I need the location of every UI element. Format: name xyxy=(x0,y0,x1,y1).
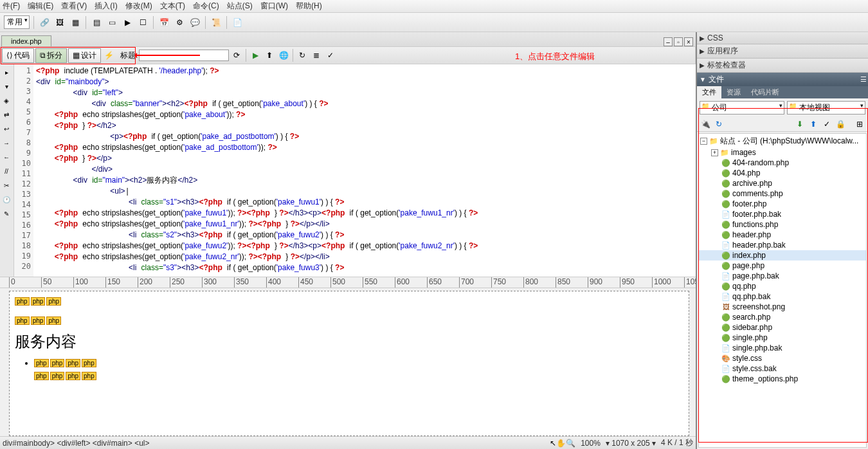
tree-root[interactable]: −📁站点 - 公司 (H:\phpStudy\WWW\localw... xyxy=(699,135,866,147)
file-style.css.bak[interactable]: 📄style.css.bak xyxy=(699,363,866,374)
layout-icon[interactable]: ▤ xyxy=(90,16,103,29)
collapse-icon[interactable]: ▸ xyxy=(1,66,12,78)
tab-files[interactable]: 文件 xyxy=(697,86,721,98)
refresh-icon[interactable]: ↻ xyxy=(713,118,725,130)
ruler-tick: 300 xyxy=(202,277,234,288)
file-functions.php[interactable]: 🟢functions.php xyxy=(699,219,866,230)
menu-item[interactable]: 编辑(E) xyxy=(28,1,53,12)
menu-item[interactable]: 文本(T) xyxy=(160,1,185,12)
tab-assets[interactable]: 资源 xyxy=(721,86,746,98)
template-icon[interactable]: 📄 xyxy=(231,16,244,29)
menu-item[interactable]: 查看(V) xyxy=(61,1,87,12)
file-qq.php[interactable]: 🟢qq.php xyxy=(699,281,866,291)
file-tree[interactable]: −📁站点 - 公司 (H:\phpStudy\WWW\localw... +📁i… xyxy=(698,133,867,448)
upload-icon[interactable]: ⬆ xyxy=(263,49,276,62)
file-sidebar.php[interactable]: 🟢sidebar.php xyxy=(699,322,866,333)
media-icon[interactable]: ▶ xyxy=(121,16,134,29)
balance-icon[interactable]: ⇄ xyxy=(1,109,12,120)
table-icon[interactable]: ▦ xyxy=(69,16,82,29)
view-split-button[interactable]: ⧉ 拆分 xyxy=(35,48,67,63)
play-icon[interactable]: ▶ xyxy=(249,49,262,62)
design-pane[interactable]: phpphpphp phpphpphp 服务内容 phpphpphpphp ph… xyxy=(9,291,689,436)
tab-snippets[interactable]: 代码片断 xyxy=(746,86,784,98)
pointer-icon[interactable]: ↖ xyxy=(550,439,556,448)
panel-files[interactable]: ▼文件☰ xyxy=(697,73,868,86)
panel-tag-inspector[interactable]: ▶标签检查器 xyxy=(697,59,868,73)
recent-icon[interactable]: 🕐 xyxy=(1,194,12,205)
outdent-icon[interactable]: ← xyxy=(1,151,12,163)
file-404-random.php[interactable]: 🟢404-random.php xyxy=(699,158,866,168)
file-search.php[interactable]: 🟢search.php xyxy=(699,312,866,322)
snippet-icon[interactable]: ✂ xyxy=(1,179,12,191)
minimize-icon[interactable]: – xyxy=(664,37,673,46)
div-icon[interactable]: ▭ xyxy=(105,16,118,29)
hand-icon[interactable]: ✋ xyxy=(556,439,566,448)
menu-item[interactable]: 修改(M) xyxy=(125,1,152,12)
comment-icon[interactable]: 💬 xyxy=(188,16,201,29)
restore-icon[interactable]: ▫ xyxy=(674,37,683,46)
file-header.php[interactable]: 🟢header.php xyxy=(699,230,866,240)
code-pane: ▸ ▾ ◈ ⇄ ↩ → ← // ✂ 🕐 ✎ 12345678910111213… xyxy=(0,64,696,277)
checkin-icon[interactable]: 🔒 xyxy=(835,118,846,130)
menu-item[interactable]: 窗口(W) xyxy=(260,1,288,12)
file-page.php[interactable]: 🟢page.php xyxy=(699,261,866,271)
list-icon[interactable]: ≣ xyxy=(310,49,323,62)
file-single.php.bak[interactable]: 📄single.php.bak xyxy=(699,343,866,353)
comment-icon[interactable]: // xyxy=(1,165,12,177)
panel-app[interactable]: ▶应用程序 xyxy=(697,44,868,59)
file-style.css[interactable]: 🎨style.css xyxy=(699,353,866,363)
file-footer.php.bak[interactable]: 📄footer.php.bak xyxy=(699,209,866,219)
get-icon[interactable]: ⬇ xyxy=(794,118,806,130)
doc-tab-index[interactable]: index.php xyxy=(1,35,51,46)
file-header.php.bak[interactable]: 📄header.php.bak xyxy=(699,240,866,250)
file-footer.php[interactable]: 🟢footer.php xyxy=(699,199,866,209)
file-qq.php.bak[interactable]: 📄qq.php.bak xyxy=(699,291,866,302)
breadcrumb[interactable]: div#mainbody> <div#left> <div#main> <ul> xyxy=(3,439,550,448)
file-comments.php[interactable]: 🟢comments.php xyxy=(699,188,866,199)
validate-icon[interactable]: ✓ xyxy=(324,49,337,62)
date-icon[interactable]: 📅 xyxy=(158,16,170,29)
reload-icon[interactable]: ↻ xyxy=(296,49,309,62)
site-dropdown[interactable]: 公司 xyxy=(700,101,784,115)
menu-item[interactable]: 帮助(H) xyxy=(296,1,322,12)
view-dropdown[interactable]: 本地视图 xyxy=(787,101,865,115)
connect-icon[interactable]: 🔌 xyxy=(700,118,711,130)
select-icon[interactable]: ◈ xyxy=(1,95,12,106)
highlight-icon[interactable]: ✎ xyxy=(1,208,12,219)
menu-item[interactable]: 插入(I) xyxy=(95,1,117,12)
zoom-level[interactable]: 100% xyxy=(581,439,601,448)
zoom-icon[interactable]: 🔍 xyxy=(566,439,575,448)
checkout-icon[interactable]: ✓ xyxy=(821,118,833,130)
expand-icon[interactable]: ⊞ xyxy=(854,118,865,130)
preset-dropdown[interactable]: 常用 xyxy=(4,15,30,29)
view-design-button[interactable]: ▦ 设计 xyxy=(68,48,101,63)
file-theme_options.php[interactable]: 🟢theme_options.php xyxy=(699,374,866,384)
close-icon[interactable]: × xyxy=(684,37,693,46)
file-404.php[interactable]: 🟢404.php xyxy=(699,168,866,178)
server-icon[interactable]: ⚙ xyxy=(173,16,186,29)
script-icon[interactable]: 📜 xyxy=(210,16,222,29)
panel-options-icon[interactable]: ☰ xyxy=(860,75,867,84)
file-page.php.bak[interactable]: 📄page.php.bak xyxy=(699,271,866,281)
indent-icon[interactable]: → xyxy=(1,137,12,149)
tree-folder-images[interactable]: +📁images xyxy=(699,147,866,158)
menu-item[interactable]: 命令(C) xyxy=(193,1,219,12)
link-icon[interactable]: 🔗 xyxy=(38,16,51,29)
expand-icon[interactable]: ▾ xyxy=(1,80,12,92)
wrap-icon[interactable]: ↩ xyxy=(1,123,12,134)
image-icon[interactable]: 🖼 xyxy=(53,16,66,29)
live-view-icon[interactable]: ⚡ xyxy=(102,49,115,62)
refresh-icon[interactable]: ⟳ xyxy=(230,49,243,62)
globe-icon[interactable]: 🌐 xyxy=(277,49,290,62)
put-icon[interactable]: ⬆ xyxy=(808,118,819,130)
file-screenshot.png[interactable]: 🖼screenshot.png xyxy=(699,302,866,312)
panel-css[interactable]: ▶CSS xyxy=(697,32,868,44)
code-editor[interactable]: <?php include (TEMPLATEPATH . '/header.p… xyxy=(33,64,696,277)
file-archive.php[interactable]: 🟢archive.php xyxy=(699,178,866,188)
menu-item[interactable]: 站点(S) xyxy=(227,1,253,12)
view-code-button[interactable]: ⟨⟩ 代码 xyxy=(2,48,34,63)
file-index.php[interactable]: 🟢index.php xyxy=(699,250,866,261)
menu-item[interactable]: 件(F) xyxy=(3,1,20,12)
file-single.php[interactable]: 🟢single.php xyxy=(699,333,866,343)
form-icon[interactable]: ☐ xyxy=(136,16,149,29)
